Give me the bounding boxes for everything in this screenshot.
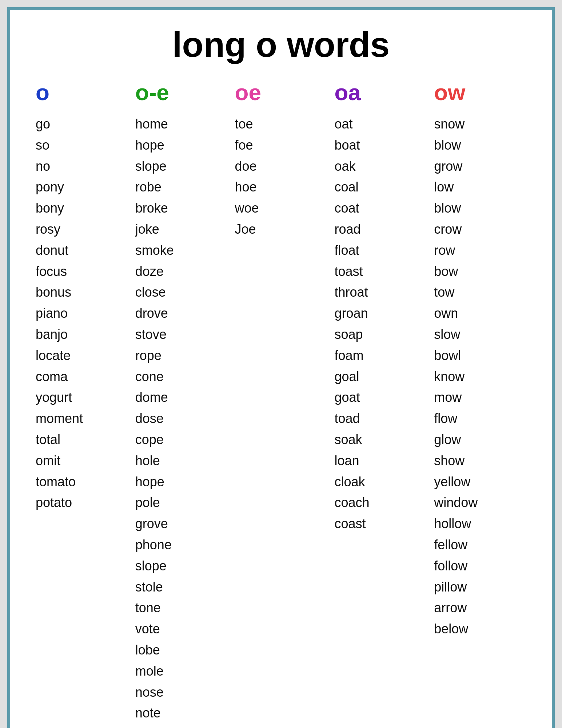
word-item: pillow bbox=[434, 577, 526, 597]
word-item: donut bbox=[36, 240, 128, 261]
word-item: smoke bbox=[135, 240, 228, 261]
word-item: arrow bbox=[434, 598, 526, 618]
word-item: coach bbox=[334, 492, 427, 513]
word-item: mow bbox=[434, 387, 526, 408]
word-item: home bbox=[135, 114, 228, 134]
word-item: mole bbox=[135, 661, 228, 681]
word-item: broke bbox=[135, 198, 228, 218]
page: long o words ogosonoponybonyrosydonutfoc… bbox=[7, 7, 555, 728]
word-item: foe bbox=[235, 135, 327, 155]
word-item: snow bbox=[434, 114, 526, 134]
col-oe-dash-header: o-e bbox=[135, 79, 228, 105]
word-item: grow bbox=[434, 156, 526, 177]
col-ow-word-list: snowblowgrowlowblowcrowrowbowtowownslowb… bbox=[434, 114, 526, 639]
word-item: coat bbox=[334, 198, 427, 218]
word-item: fellow bbox=[434, 535, 526, 555]
word-item: dose bbox=[135, 408, 228, 429]
word-item: moment bbox=[36, 408, 128, 429]
word-item: window bbox=[434, 492, 526, 513]
col-ow: owsnowblowgrowlowblowcrowrowbowtowownslo… bbox=[430, 79, 530, 723]
col-oa: oaoatboatoakcoalcoatroadfloattoastthroat… bbox=[331, 79, 430, 723]
word-item: goat bbox=[334, 387, 427, 408]
word-item: hollow bbox=[434, 514, 526, 534]
word-item: toe bbox=[235, 114, 327, 134]
word-item: toast bbox=[334, 261, 427, 282]
word-item: soak bbox=[334, 430, 427, 450]
word-item: loan bbox=[334, 451, 427, 471]
word-item: total bbox=[36, 430, 128, 450]
col-oa-header: oa bbox=[334, 79, 427, 105]
word-item: soap bbox=[334, 324, 427, 345]
word-item: boat bbox=[334, 135, 427, 155]
word-item: groan bbox=[334, 303, 427, 324]
word-item: grove bbox=[135, 514, 228, 534]
word-item: bow bbox=[434, 261, 526, 282]
word-item: lobe bbox=[135, 640, 228, 660]
word-item: Joe bbox=[235, 219, 327, 240]
word-item: phone bbox=[135, 535, 228, 555]
word-item: hole bbox=[135, 451, 228, 471]
word-item: locate bbox=[36, 345, 128, 366]
word-item: rope bbox=[135, 345, 228, 366]
word-item: below bbox=[434, 619, 526, 639]
word-item: note bbox=[135, 703, 228, 723]
word-item: crow bbox=[434, 219, 526, 240]
word-item: oak bbox=[334, 156, 427, 177]
word-item: low bbox=[434, 177, 526, 197]
word-item: drove bbox=[135, 303, 228, 324]
word-item: omit bbox=[36, 451, 128, 471]
word-item: go bbox=[36, 114, 128, 134]
word-item: tow bbox=[434, 282, 526, 302]
word-item: dome bbox=[135, 387, 228, 408]
word-item: doe bbox=[235, 156, 327, 177]
col-o: ogosonoponybonyrosydonutfocusbonuspianob… bbox=[32, 79, 132, 723]
word-item: yellow bbox=[434, 472, 526, 492]
word-item: doze bbox=[135, 261, 228, 282]
word-item: slope bbox=[135, 556, 228, 576]
word-item: cloak bbox=[334, 472, 427, 492]
word-item: glow bbox=[434, 430, 526, 450]
word-item: show bbox=[434, 451, 526, 471]
word-item: hoe bbox=[235, 177, 327, 197]
word-item: flow bbox=[434, 408, 526, 429]
word-item: toad bbox=[334, 408, 427, 429]
word-item: stove bbox=[135, 324, 228, 345]
word-item: vote bbox=[135, 619, 228, 639]
word-item: road bbox=[334, 219, 427, 240]
word-item: tomato bbox=[36, 472, 128, 492]
word-item: yogurt bbox=[36, 387, 128, 408]
word-item: hope bbox=[135, 472, 228, 492]
word-item: coal bbox=[334, 177, 427, 197]
word-item: own bbox=[434, 303, 526, 324]
word-item: cone bbox=[135, 367, 228, 387]
word-item: foam bbox=[334, 345, 427, 366]
word-item: joke bbox=[135, 219, 228, 240]
word-item: float bbox=[334, 240, 427, 261]
col-o-header: o bbox=[36, 79, 128, 105]
word-item: banjo bbox=[36, 324, 128, 345]
word-item: goal bbox=[334, 367, 427, 387]
columns-container: ogosonoponybonyrosydonutfocusbonuspianob… bbox=[32, 79, 530, 723]
word-item: blow bbox=[434, 198, 526, 218]
word-item: close bbox=[135, 282, 228, 302]
word-item: slope bbox=[135, 156, 228, 177]
word-item: nose bbox=[135, 682, 228, 703]
word-item: blow bbox=[434, 135, 526, 155]
word-item: bony bbox=[36, 198, 128, 218]
word-item: no bbox=[36, 156, 128, 177]
word-item: slow bbox=[434, 324, 526, 345]
word-item: follow bbox=[434, 556, 526, 576]
word-item: piano bbox=[36, 303, 128, 324]
word-item: pole bbox=[135, 492, 228, 513]
word-item: focus bbox=[36, 261, 128, 282]
col-oe: oetoefoedoehoewoeJoe bbox=[231, 79, 331, 723]
word-item: throat bbox=[334, 282, 427, 302]
word-item: row bbox=[434, 240, 526, 261]
word-item: stole bbox=[135, 577, 228, 597]
word-item: oat bbox=[334, 114, 427, 134]
word-item: potato bbox=[36, 492, 128, 513]
word-item: tone bbox=[135, 598, 228, 618]
word-item: coma bbox=[36, 367, 128, 387]
word-item: so bbox=[36, 135, 128, 155]
word-item: know bbox=[434, 367, 526, 387]
